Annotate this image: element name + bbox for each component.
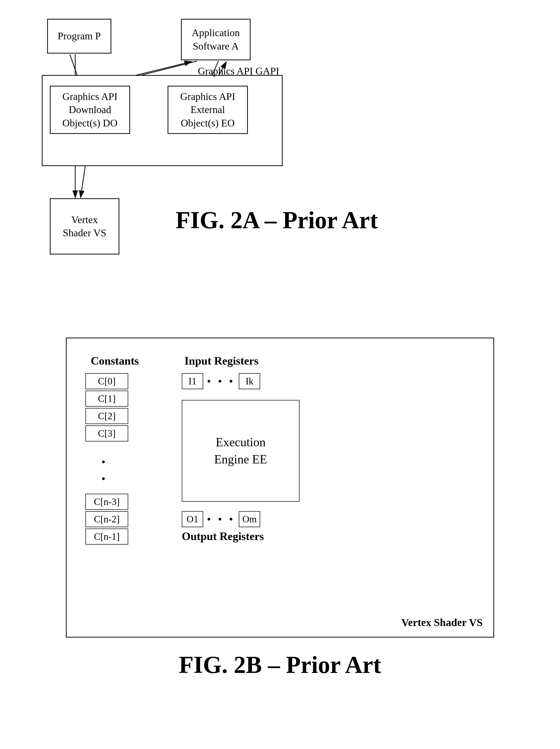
- constants-label: Constants: [91, 355, 139, 367]
- const-c3: C[3]: [85, 425, 128, 442]
- input-reg-i1: I1: [182, 373, 203, 389]
- fig-2b-title: FIG. 2B – Prior Art: [0, 651, 560, 679]
- const-cn1: C[n-1]: [85, 529, 128, 544]
- ik-label: Ik: [245, 376, 253, 387]
- const-cn2-label: C[n-2]: [94, 514, 120, 525]
- const-cn2: C[n-2]: [85, 511, 128, 527]
- program-p-box: Program P: [47, 19, 111, 53]
- output-reg-o1: O1: [182, 511, 203, 527]
- const-c3-label: C[3]: [98, 428, 116, 439]
- execution-engine-label: Execution Engine EE: [214, 434, 267, 468]
- execution-engine-box: Execution Engine EE: [182, 400, 299, 502]
- diagram-2b: Constants C[0] C[1] C[2] C[3] • • • C[n-…: [66, 338, 494, 638]
- external-label: Graphics API External Object(s) EO: [180, 90, 235, 130]
- input-reg-label: Input Registers: [184, 355, 259, 367]
- program-p-label: Program P: [58, 29, 101, 43]
- const-c1: C[1]: [85, 390, 128, 407]
- app-software-label: Application Software A: [192, 26, 240, 53]
- const-c0-label: C[0]: [98, 376, 116, 387]
- const-cn3-label: C[n-3]: [94, 496, 120, 507]
- vertex-label-2a: Vertex Shader VS: [63, 213, 107, 240]
- app-software-box: Application Software A: [181, 19, 250, 60]
- const-c0: C[0]: [85, 373, 128, 389]
- external-box: Graphics API External Object(s) EO: [167, 86, 248, 134]
- const-c2: C[2]: [85, 408, 128, 424]
- i1-label: I1: [188, 376, 197, 387]
- const-cn1-label: C[n-1]: [94, 531, 120, 542]
- vertex-shader-box-2a: Vertex Shader VS: [50, 198, 119, 255]
- gapi-label: Graphics API GAPI: [198, 65, 279, 77]
- const-cn3: C[n-3]: [85, 494, 128, 510]
- o1-label: O1: [186, 514, 198, 525]
- const-c1-label: C[1]: [98, 393, 116, 404]
- output-reg-row: O1 • • • Om: [182, 511, 260, 527]
- download-label: Graphics API Download Object(s) DO: [62, 90, 117, 130]
- fig-2a-title: FIG. 2A – Prior Art: [176, 206, 378, 234]
- input-reg-row: I1 • • • Ik: [182, 373, 260, 389]
- output-reg-label: Output Registers: [182, 530, 264, 543]
- diagram-2a: Program P Application Software A Graphic…: [26, 11, 534, 321]
- output-dots: • • •: [207, 513, 235, 526]
- vertex-shader-label-2b: Vertex Shader VS: [401, 616, 483, 629]
- om-label: Om: [242, 514, 257, 525]
- input-reg-ik: Ik: [239, 373, 260, 389]
- const-c2-label: C[2]: [98, 410, 116, 422]
- output-reg-om: Om: [239, 511, 260, 527]
- input-dots: • • •: [207, 375, 235, 388]
- download-box: Graphics API Download Object(s) DO: [50, 86, 130, 134]
